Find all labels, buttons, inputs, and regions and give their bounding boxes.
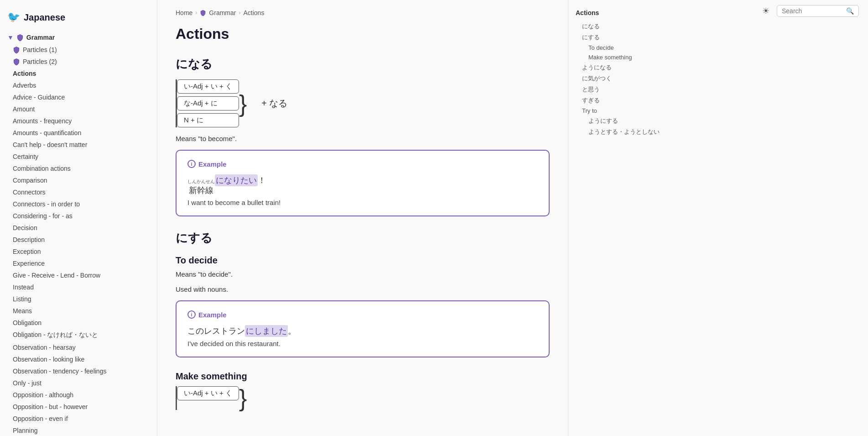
sidebar-item-amounts-freq[interactable]: Amounts - frequency <box>0 115 157 127</box>
sidebar-item-connectors-order[interactable]: Connectors - in order to <box>0 198 157 210</box>
sidebar-item-particles2[interactable]: Particles (2) <box>0 56 157 68</box>
sidebar-item-obligation-nakereba[interactable]: Obligation - なければ・ないと <box>0 329 157 341</box>
sidebar-item-connectors[interactable]: Connectors <box>0 186 157 198</box>
sidebar-item-label: Amounts - quantification <box>13 129 81 137</box>
sidebar-item-label: Exception <box>13 248 41 255</box>
sidebar-item-amounts-quant[interactable]: Amounts - quantification <box>0 127 157 139</box>
sidebar-item-label: Particles (2) <box>23 58 57 65</box>
sidebar-item-observation-looking[interactable]: Observation - looking like <box>0 353 157 365</box>
app-logo-icon: 🐦 <box>7 11 20 24</box>
sidebar-item-decision[interactable]: Decision <box>0 222 157 234</box>
example-japanese-to-decide: このレストランにしました。 <box>187 325 538 337</box>
means-text-ni-naru: Means "to become". <box>176 135 550 142</box>
sidebar-item-label: Give - Receive - Lend - Borrow <box>13 272 100 279</box>
sidebar-item-label: Decision <box>13 224 37 231</box>
sidebar-item-give-receive[interactable]: Give - Receive - Lend - Borrow <box>0 269 157 281</box>
grammar-item-n: N + に <box>177 113 239 127</box>
breadcrumb-grammar[interactable]: Grammar <box>209 9 236 16</box>
brace-bracket-make: } <box>239 386 247 410</box>
svg-text:🐦: 🐦 <box>7 11 20 23</box>
example-box-ni-naru: i Example 新幹線しんかんせんになりたい！ I want to beco… <box>176 150 550 216</box>
sidebar-item-adverbs[interactable]: Adverbs <box>0 79 157 91</box>
breadcrumb-sep1: › <box>195 10 197 16</box>
sidebar-item-comparison[interactable]: Comparison <box>0 174 157 186</box>
breadcrumb-home[interactable]: Home <box>176 9 192 16</box>
subsection-heading-make-something: Make something <box>176 371 550 382</box>
sidebar-item-instead[interactable]: Instead <box>0 281 157 293</box>
sidebar-item-label: Can't help - doesn't matter <box>13 141 87 148</box>
sidebar-item-observation-hearsay[interactable]: Observation - hearsay <box>0 341 157 353</box>
sidebar-item-particles1[interactable]: Particles (1) <box>0 44 157 56</box>
sidebar-item-label: Opposition - but - however <box>13 403 88 410</box>
example-header-to-decide: i Example <box>187 310 538 319</box>
sidebar-item-listing[interactable]: Listing <box>0 293 157 305</box>
sidebar-item-obligation[interactable]: Obligation <box>0 317 157 329</box>
sidebar-item-label: Opposition - even if <box>13 415 68 422</box>
brace-group: い-Adj + い + く な-Adj + に N + に } <box>176 79 250 127</box>
example-japanese-ni-naru: 新幹線しんかんせんになりたい！ <box>187 174 538 196</box>
sidebar-item-observation-tendency[interactable]: Observation - tendency - feelings <box>0 365 157 377</box>
main-content: Home › Grammar › Actions Actions になる い-A… <box>157 0 568 436</box>
sidebar-item-cant-help[interactable]: Can't help - doesn't matter <box>0 139 157 151</box>
toc-item-you-ni-suru[interactable]: ようにする <box>576 116 665 126</box>
grammar-section-header[interactable]: ▼ Grammar <box>0 31 157 44</box>
right-sidebar: Actions になる にする To decide Make something… <box>568 0 673 436</box>
sidebar-item-actions[interactable]: Actions <box>0 68 157 79</box>
sidebar-item-opposition-although[interactable]: Opposition - although <box>0 389 157 401</box>
sidebar-item-label: Observation - hearsay <box>13 344 76 351</box>
sidebar-item-label: Experience <box>13 260 45 267</box>
sidebar-item-advice[interactable]: Advice - Guidance <box>0 91 157 103</box>
grammar-item-naadj: な-Adj + に <box>177 96 239 110</box>
sidebar-item-label: Description <box>13 236 45 243</box>
sidebar-item-combination[interactable]: Combination actions <box>0 163 157 174</box>
sidebar-item-means[interactable]: Means <box>0 305 157 317</box>
info-icon-to-decide: i <box>187 310 196 319</box>
sidebar-item-only-just[interactable]: Only - just <box>0 377 157 389</box>
toc-item-make-something[interactable]: Make something <box>576 53 665 62</box>
grammar-box-make-something: い-Adj + い + く } <box>176 386 550 410</box>
toc-item-to-decide[interactable]: To decide <box>576 43 665 53</box>
sidebar-item-opposition-even[interactable]: Opposition - even if <box>0 413 157 425</box>
grammar-items: い-Adj + い + く な-Adj + に N + に <box>176 79 239 127</box>
sidebar-item-label: Means <box>13 307 32 315</box>
means-text-to-decide-2: Used with nouns. <box>176 285 550 293</box>
sidebar-item-planning[interactable]: Planning <box>0 425 157 436</box>
toc-item-sugiru[interactable]: すぎる <box>576 95 665 106</box>
theme-toggle-button[interactable]: ☀ <box>759 5 772 17</box>
example-label: Example <box>198 160 227 168</box>
sidebar-item-label: Connectors <box>13 189 46 196</box>
right-toc-title: Actions <box>576 9 665 16</box>
sidebar-item-description[interactable]: Description <box>0 234 157 246</box>
sidebar-item-label: Opposition - although <box>13 391 73 399</box>
brace-group-make: い-Adj + い + く } <box>176 386 250 410</box>
section-heading-ni-suru: にする <box>176 230 550 246</box>
grammar-shield-icon <box>16 34 24 41</box>
sidebar-item-label: Amounts - frequency <box>13 117 72 125</box>
search-input[interactable] <box>782 7 843 15</box>
toc-item-ni-ki-ga-tsuku[interactable]: に気がつく <box>576 73 665 84</box>
search-icon: 🔍 <box>846 7 854 15</box>
sidebar-item-label: Certainty <box>13 153 38 160</box>
sidebar-item-exception[interactable]: Exception <box>0 246 157 257</box>
sidebar-item-opposition-but[interactable]: Opposition - but - however <box>0 401 157 413</box>
sidebar-item-considering[interactable]: Considering - for - as <box>0 210 157 222</box>
sidebar-item-certainty[interactable]: Certainty <box>0 151 157 163</box>
toc-item-ni-naru[interactable]: になる <box>576 21 665 32</box>
toc-item-you-to-suru[interactable]: ようとする・ようとしない <box>576 126 665 137</box>
highlighted-text: になりたい <box>215 174 258 186</box>
toc-item-try-to[interactable]: Try to <box>576 106 665 116</box>
grammar-items-make: い-Adj + い + く <box>176 386 239 410</box>
sidebar-item-label: Instead <box>13 284 34 291</box>
grammar-item-iadj: い-Adj + い + く <box>177 79 239 94</box>
sidebar-item-amount[interactable]: Amount <box>0 103 157 115</box>
search-bar: 🔍 <box>777 5 859 17</box>
toc-item-ni-suru[interactable]: にする <box>576 32 665 43</box>
sidebar-item-experience[interactable]: Experience <box>0 257 157 269</box>
toc-item-to-omou[interactable]: と思う <box>576 84 665 95</box>
example-label-to-decide: Example <box>198 311 227 319</box>
grammar-section-label: Grammar <box>26 34 55 41</box>
example-english-ni-naru: I want to become a bullet train! <box>187 199 538 206</box>
sidebar-item-label: Particles (1) <box>23 46 57 53</box>
sidebar-item-label: Considering - for - as <box>13 212 73 220</box>
toc-item-you-ni-naru[interactable]: ようになる <box>576 62 665 73</box>
